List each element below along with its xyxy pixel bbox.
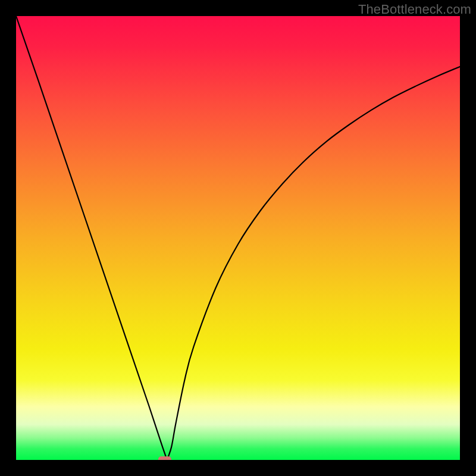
attribution-label: TheBottleneck.com (358, 2, 471, 17)
bottleneck-chart (16, 16, 460, 460)
optimum-marker (158, 456, 171, 460)
gradient-background (16, 16, 460, 460)
plot-area (16, 16, 460, 460)
chart-frame: TheBottleneck.com (0, 0, 476, 476)
